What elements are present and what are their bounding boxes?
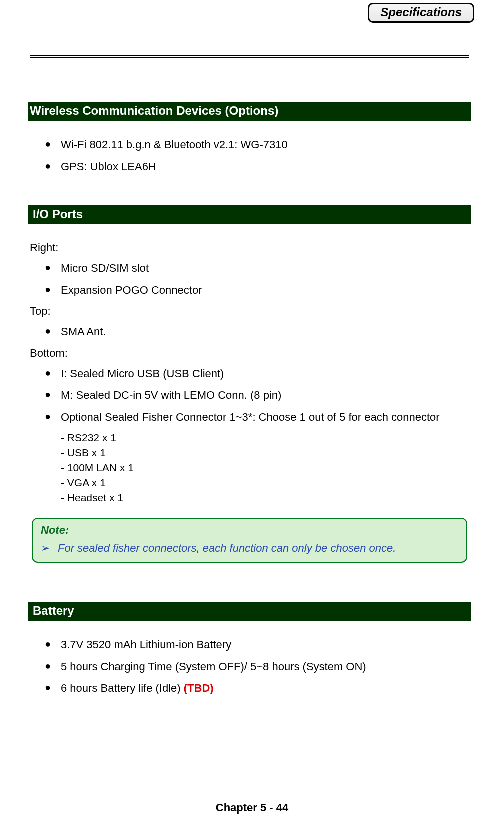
- list-item: I: Sealed Micro USB (USB Client): [45, 367, 469, 381]
- list-item: 5 hours Charging Time (System OFF)/ 5~8 …: [45, 660, 469, 674]
- io-bottom-label: Bottom:: [30, 347, 469, 360]
- fisher-options: - RS232 x 1 - USB x 1 - 100M LAN x 1 - V…: [30, 432, 469, 504]
- list-item: 3.7V 3520 mAh Lithium-ion Battery: [45, 638, 469, 652]
- list-item: Wi-Fi 802.11 b.g.n & Bluetooth v2.1: WG-…: [45, 138, 469, 152]
- list-item: GPS: Ublox LEA6H: [45, 160, 469, 174]
- list-item: - Headset x 1: [61, 492, 469, 504]
- section-title-wireless: Wireless Communication Devices (Options): [28, 102, 471, 121]
- arrow-icon: ➢: [41, 542, 50, 555]
- list-item: Expansion POGO Connector: [45, 283, 469, 297]
- list-item: M: Sealed DC-in 5V with LEMO Conn. (8 pi…: [45, 388, 469, 402]
- list-item: - RS232 x 1: [61, 432, 469, 444]
- list-item: - VGA x 1: [61, 477, 469, 489]
- list-item: - USB x 1: [61, 447, 469, 459]
- list-item: 6 hours Battery life (Idle) (TBD): [45, 681, 469, 695]
- note-text-content: For sealed fisher connectors, each funct…: [58, 542, 396, 554]
- tbd-flag: (TBD): [184, 682, 214, 694]
- note-text: ➢ For sealed fisher connectors, each fun…: [41, 542, 458, 555]
- io-top-list: SMA Ant.: [30, 325, 469, 339]
- header-badge: Specifications: [368, 3, 474, 23]
- section-title-battery: Battery: [28, 602, 471, 621]
- list-item: - 100M LAN x 1: [61, 462, 469, 474]
- battery-list: 3.7V 3520 mAh Lithium-ion Battery 5 hour…: [30, 638, 469, 695]
- io-bottom-list: I: Sealed Micro USB (USB Client) M: Seal…: [30, 367, 469, 424]
- note-box: Note: ➢ For sealed fisher connectors, ea…: [32, 518, 467, 563]
- io-top-label: Top:: [30, 305, 469, 318]
- note-title: Note:: [41, 524, 458, 537]
- list-item: Optional Sealed Fisher Connector 1~3*: C…: [45, 410, 469, 424]
- io-right-label: Right:: [30, 241, 469, 254]
- io-right-list: Micro SD/SIM slot Expansion POGO Connect…: [30, 261, 469, 297]
- section-title-io: I/O Ports: [28, 205, 471, 224]
- page-footer: Chapter 5 - 44: [0, 801, 504, 814]
- list-item: SMA Ant.: [45, 325, 469, 339]
- wireless-list: Wi-Fi 802.11 b.g.n & Bluetooth v2.1: WG-…: [30, 138, 469, 173]
- list-item: Micro SD/SIM slot: [45, 261, 469, 275]
- battery-idle-text: 6 hours Battery life (Idle): [61, 682, 184, 694]
